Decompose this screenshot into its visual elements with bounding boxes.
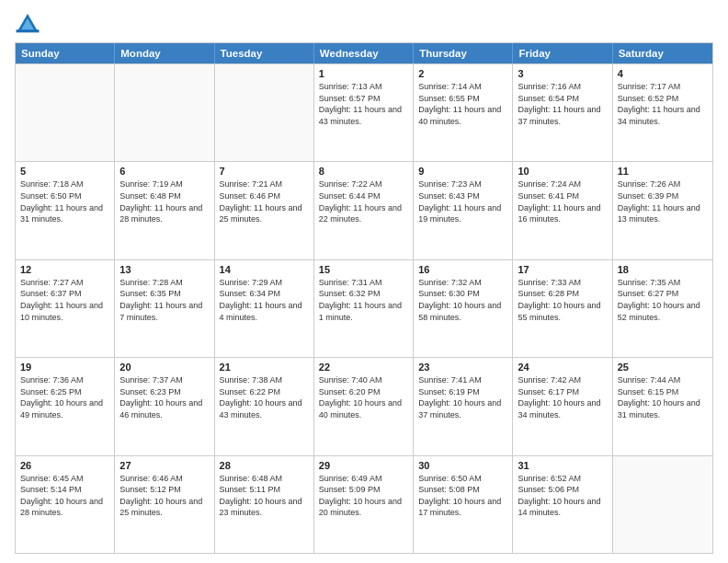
table-row: 15Sunrise: 7:31 AMSunset: 6:32 PMDayligh… <box>314 260 414 357</box>
cell-info: Sunrise: 7:13 AMSunset: 6:57 PMDaylight:… <box>319 81 408 127</box>
cell-info: Sunrise: 7:35 AMSunset: 6:27 PMDaylight:… <box>618 277 708 323</box>
cell-info: Sunrise: 7:32 AMSunset: 6:30 PMDaylight:… <box>418 277 507 323</box>
cell-info: Sunrise: 7:16 AMSunset: 6:54 PMDaylight:… <box>518 81 607 127</box>
cell-day-number: 9 <box>418 166 507 177</box>
table-row: 28Sunrise: 6:48 AMSunset: 5:11 PMDayligh… <box>215 456 314 553</box>
cell-day-number: 20 <box>119 362 209 373</box>
cell-day-number: 14 <box>220 264 309 275</box>
cell-info: Sunrise: 6:45 AMSunset: 5:14 PMDaylight:… <box>20 473 109 519</box>
cell-day-number: 12 <box>20 264 109 275</box>
cell-day-number: 29 <box>319 460 408 471</box>
cell-day-number: 17 <box>518 264 607 275</box>
cell-day-number: 7 <box>220 166 309 177</box>
cell-day-number: 28 <box>220 460 309 471</box>
cell-info: Sunrise: 6:49 AMSunset: 5:09 PMDaylight:… <box>319 473 408 519</box>
calendar: SundayMondayTuesdayWednesdayThursdayFrid… <box>15 42 713 554</box>
cell-info: Sunrise: 7:18 AMSunset: 6:50 PMDaylight:… <box>20 178 109 224</box>
cell-day-number: 24 <box>518 362 607 373</box>
cell-day-number: 22 <box>319 362 408 373</box>
cell-info: Sunrise: 7:41 AMSunset: 6:19 PMDaylight:… <box>418 374 507 420</box>
table-row: 8Sunrise: 7:22 AMSunset: 6:44 PMDaylight… <box>314 162 414 259</box>
cal-header-day: Friday <box>513 43 612 63</box>
cell-info: Sunrise: 7:17 AMSunset: 6:52 PMDaylight:… <box>618 81 708 127</box>
table-row: 14Sunrise: 7:29 AMSunset: 6:34 PMDayligh… <box>215 260 314 357</box>
table-row: 6Sunrise: 7:19 AMSunset: 6:48 PMDaylight… <box>115 162 214 259</box>
cell-info: Sunrise: 6:46 AMSunset: 5:12 PMDaylight:… <box>119 473 209 519</box>
table-row: 16Sunrise: 7:32 AMSunset: 6:30 PMDayligh… <box>414 260 513 357</box>
table-row: 1Sunrise: 7:13 AMSunset: 6:57 PMDaylight… <box>314 64 414 161</box>
cell-day-number: 6 <box>119 166 209 177</box>
calendar-week-3: 12Sunrise: 7:27 AMSunset: 6:37 PMDayligh… <box>16 259 712 357</box>
cell-day-number: 13 <box>119 264 209 275</box>
table-row: 29Sunrise: 6:49 AMSunset: 5:09 PMDayligh… <box>314 456 414 553</box>
cell-day-number: 2 <box>418 68 507 79</box>
table-row: 13Sunrise: 7:28 AMSunset: 6:35 PMDayligh… <box>115 260 214 357</box>
cell-info: Sunrise: 6:52 AMSunset: 5:06 PMDaylight:… <box>518 473 607 519</box>
cal-header-day: Sunday <box>16 43 115 63</box>
page: SundayMondayTuesdayWednesdayThursdayFrid… <box>0 0 728 563</box>
cell-day-number: 19 <box>20 362 109 373</box>
cal-header-day: Monday <box>115 43 214 63</box>
cell-info: Sunrise: 7:42 AMSunset: 6:17 PMDaylight:… <box>518 374 607 420</box>
table-row: 10Sunrise: 7:24 AMSunset: 6:41 PMDayligh… <box>513 162 612 259</box>
cell-day-number: 26 <box>20 460 109 471</box>
svg-rect-2 <box>17 29 40 32</box>
cell-info: Sunrise: 7:31 AMSunset: 6:32 PMDaylight:… <box>319 277 408 323</box>
table-row <box>613 456 712 553</box>
table-row: 19Sunrise: 7:36 AMSunset: 6:25 PMDayligh… <box>16 358 115 454</box>
table-row <box>115 64 214 161</box>
cell-day-number: 5 <box>20 166 109 177</box>
table-row: 27Sunrise: 6:46 AMSunset: 5:12 PMDayligh… <box>115 456 214 553</box>
table-row: 3Sunrise: 7:16 AMSunset: 6:54 PMDaylight… <box>513 64 612 161</box>
cal-header-day: Thursday <box>414 43 513 63</box>
cell-info: Sunrise: 7:24 AMSunset: 6:41 PMDaylight:… <box>518 178 607 224</box>
table-row: 30Sunrise: 6:50 AMSunset: 5:08 PMDayligh… <box>414 456 513 553</box>
cell-info: Sunrise: 6:48 AMSunset: 5:11 PMDaylight:… <box>220 473 309 519</box>
table-row: 22Sunrise: 7:40 AMSunset: 6:20 PMDayligh… <box>314 358 414 454</box>
cell-info: Sunrise: 7:36 AMSunset: 6:25 PMDaylight:… <box>20 374 109 420</box>
cell-day-number: 11 <box>618 166 708 177</box>
table-row: 25Sunrise: 7:44 AMSunset: 6:15 PMDayligh… <box>613 358 712 454</box>
cell-info: Sunrise: 6:50 AMSunset: 5:08 PMDaylight:… <box>418 473 507 519</box>
cell-day-number: 25 <box>618 362 708 373</box>
table-row: 5Sunrise: 7:18 AMSunset: 6:50 PMDaylight… <box>16 162 115 259</box>
cell-info: Sunrise: 7:37 AMSunset: 6:23 PMDaylight:… <box>119 374 209 420</box>
cell-info: Sunrise: 7:29 AMSunset: 6:34 PMDaylight:… <box>220 277 309 323</box>
table-row <box>215 64 314 161</box>
cell-info: Sunrise: 7:38 AMSunset: 6:22 PMDaylight:… <box>220 374 309 420</box>
cell-day-number: 23 <box>418 362 507 373</box>
cell-info: Sunrise: 7:14 AMSunset: 6:55 PMDaylight:… <box>418 81 507 127</box>
cell-day-number: 4 <box>618 68 708 79</box>
table-row: 24Sunrise: 7:42 AMSunset: 6:17 PMDayligh… <box>513 358 612 454</box>
cell-day-number: 16 <box>418 264 507 275</box>
cell-day-number: 27 <box>119 460 209 471</box>
cell-info: Sunrise: 7:26 AMSunset: 6:39 PMDaylight:… <box>618 178 708 224</box>
calendar-week-5: 26Sunrise: 6:45 AMSunset: 5:14 PMDayligh… <box>16 455 712 553</box>
table-row: 18Sunrise: 7:35 AMSunset: 6:27 PMDayligh… <box>613 260 712 357</box>
header <box>15 11 713 37</box>
logo-icon <box>15 11 40 37</box>
calendar-week-4: 19Sunrise: 7:36 AMSunset: 6:25 PMDayligh… <box>16 357 712 454</box>
calendar-body: 1Sunrise: 7:13 AMSunset: 6:57 PMDaylight… <box>16 63 712 553</box>
calendar-week-2: 5Sunrise: 7:18 AMSunset: 6:50 PMDaylight… <box>16 161 712 259</box>
cell-day-number: 31 <box>518 460 607 471</box>
table-row: 12Sunrise: 7:27 AMSunset: 6:37 PMDayligh… <box>16 260 115 357</box>
cell-day-number: 15 <box>319 264 408 275</box>
cell-day-number: 10 <box>518 166 607 177</box>
table-row: 21Sunrise: 7:38 AMSunset: 6:22 PMDayligh… <box>215 358 314 454</box>
cal-header-day: Saturday <box>613 43 712 63</box>
table-row: 7Sunrise: 7:21 AMSunset: 6:46 PMDaylight… <box>215 162 314 259</box>
table-row: 9Sunrise: 7:23 AMSunset: 6:43 PMDaylight… <box>414 162 513 259</box>
cell-day-number: 8 <box>319 166 408 177</box>
cell-info: Sunrise: 7:44 AMSunset: 6:15 PMDaylight:… <box>618 374 708 420</box>
cal-header-day: Tuesday <box>215 43 314 63</box>
table-row: 20Sunrise: 7:37 AMSunset: 6:23 PMDayligh… <box>115 358 214 454</box>
cell-day-number: 21 <box>220 362 309 373</box>
logo <box>15 11 44 37</box>
cell-info: Sunrise: 7:27 AMSunset: 6:37 PMDaylight:… <box>20 277 109 323</box>
cell-info: Sunrise: 7:21 AMSunset: 6:46 PMDaylight:… <box>220 178 309 224</box>
cell-day-number: 1 <box>319 68 408 79</box>
table-row <box>16 64 115 161</box>
cell-info: Sunrise: 7:40 AMSunset: 6:20 PMDaylight:… <box>319 374 408 420</box>
cell-day-number: 30 <box>418 460 507 471</box>
